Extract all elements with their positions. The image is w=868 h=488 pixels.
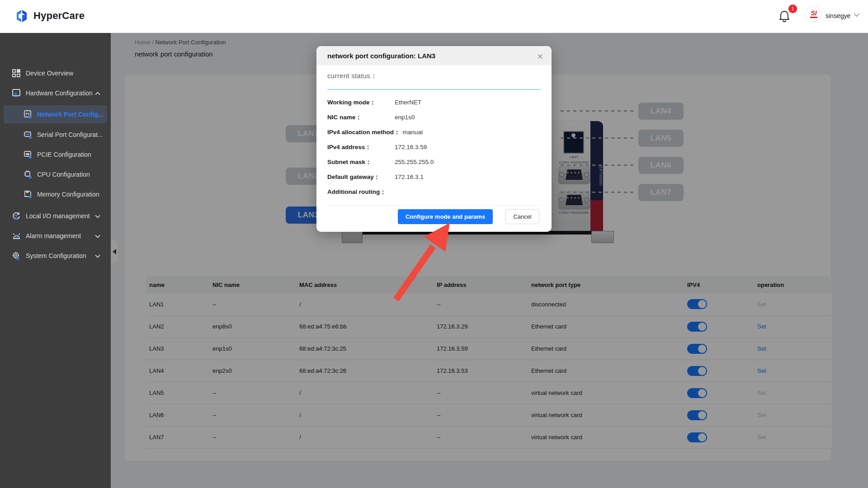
sidebar-item-label: Alarm management [26,232,81,239]
field-value: enp1s0 [395,114,415,121]
hardware-icon [12,89,21,98]
app-header: HyperCare 1 SI sinsegye [0,0,868,33]
cancel-button[interactable]: Cancel [505,209,539,224]
sidebar-item-memory-configuration[interactable]: Memory Configuration [0,186,111,202]
sidebar-item-local-io-management[interactable]: I/O Local I/O management [0,208,111,224]
chevron-down-icon [95,232,100,239]
avatar-mark: SI [811,10,816,16]
field-label: Working mode： [327,99,392,107]
user-menu-chevron-icon[interactable] [854,13,860,17]
sidebar-item-label: Network Port Config... [37,111,104,118]
sidebar-item-label: System Configuration [26,252,86,259]
bell-icon [778,10,790,23]
sidebar-item-label: Memory Configuration [37,191,99,198]
sidebar-item-alarm-management[interactable]: Alarm management [0,228,111,244]
field-label: Additional routing： [327,188,392,196]
sidebar-item-hardware-configuration[interactable]: Hardware Configuration [0,85,111,101]
sidebar-item-label: Serial Port Configurat... [37,131,103,138]
sidebar-item-cpu-configuration[interactable]: CPU Configuration [0,166,111,183]
sidebar-item-network-port-configuration[interactable]: Network Port Config... [4,105,107,123]
modal-title: network port configuration: LAN3 [327,52,435,60]
section-underline [327,89,541,90]
sidebar-item-pcie-configuration[interactable]: PCIE Configuration [0,146,111,163]
gear-icon [12,251,21,260]
field-value: 172.16.3.1 [395,174,424,180]
chevron-down-icon [95,212,100,220]
sidebar-item-label: CPU Configuration [37,171,90,178]
sidebar-item-label: PCIE Configuration [37,151,91,158]
field-value: EtherNET [395,99,421,106]
modal-header: network port configuration: LAN3 [316,46,552,65]
close-icon[interactable]: ✕ [535,51,545,62]
chevron-up-icon [95,89,100,97]
brand-name: HyperCare [33,10,85,22]
hypercare-logo-icon [13,8,29,24]
avatar-mark-bar [810,17,817,18]
pcie-icon [24,150,33,159]
field-label: Default gateway： [327,173,392,181]
field-label: IPv4 allocation method： [327,128,400,136]
avatar[interactable]: SI [806,6,822,22]
sidebar-item-device-overview[interactable]: Device Overview [0,65,111,81]
field-label: Subnet mask： [327,158,392,166]
sidebar-item-label: Hardware Configuration [26,89,93,97]
notification-badge: 1 [788,5,797,13]
network-port-icon [24,110,33,119]
field-label: NIC name： [327,113,392,122]
field-label: IPv4 address： [327,143,392,151]
field-value: 255.255.255.0 [395,159,434,165]
status-fields: Working mode：EtherNET NIC name：enp1s0 IP… [327,95,541,199]
svg-text:I/O: I/O [14,214,18,217]
page: Home / Network Port Configuration networ… [0,0,868,488]
sidebar-item-label: Device Overview [26,70,73,77]
chevron-down-icon [95,252,100,259]
cpu-icon [24,170,33,179]
sidebar-item-serial-port-configuration[interactable]: Serial Port Configurat... [0,127,111,143]
field-value: manual [403,129,423,136]
grid-icon [12,69,21,78]
memory-icon [24,190,33,199]
serial-port-icon [24,130,33,139]
modal-footer-divider [327,205,541,206]
brand[interactable]: HyperCare [13,8,85,24]
configure-mode-button[interactable]: Configure mode and params [398,209,493,224]
username: sinsegye [826,12,850,19]
current-status-heading: current status： [327,72,377,80]
field-value: 172.16.3.59 [395,144,427,150]
sidebar: Device Overview Hardware Configuration N… [0,33,111,488]
sidebar-item-system-configuration[interactable]: System Configuration [0,248,111,264]
io-icon: I/O [12,211,21,221]
sidebar-item-label: Local I/O management [26,212,90,220]
network-port-config-modal: network port configuration: LAN3 ✕ curre… [316,46,552,232]
alarm-icon [12,231,21,240]
